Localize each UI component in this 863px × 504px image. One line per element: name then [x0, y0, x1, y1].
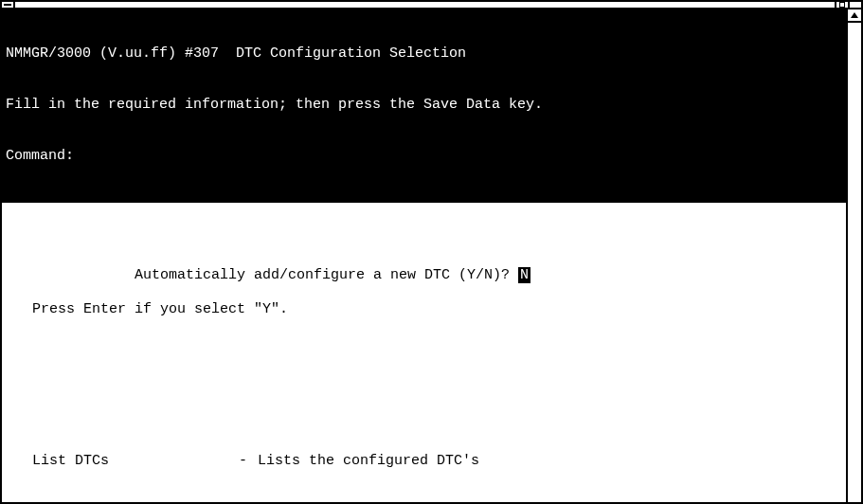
- auto-add-field[interactable]: N: [518, 267, 530, 283]
- screen-title: NMMGR/3000 (V.uu.ff) #307 DTC Configurat…: [6, 45, 842, 63]
- window-titlebar: [2, 2, 861, 9]
- option-action: Lists the configured DTC's: [258, 453, 428, 470]
- option-list-dtcs: List DTCs - Lists the configured DTC's: [32, 447, 842, 476]
- scroll-up-icon[interactable]: [848, 9, 861, 23]
- dash-icon: -: [239, 453, 258, 470]
- option-label: List DTCs: [32, 453, 239, 470]
- terminal-window: NMMGR/3000 (V.uu.ff) #307 DTC Configurat…: [0, 0, 863, 504]
- scroll-track[interactable]: [848, 23, 861, 504]
- vertical-scrollbar[interactable]: [846, 9, 861, 504]
- option-desc: [428, 453, 842, 470]
- client-area: NMMGR/3000 (V.uu.ff) #307 DTC Configurat…: [2, 9, 861, 504]
- option-list: List DTCs - Lists the configured DTC's D…: [6, 413, 842, 504]
- screen-body: Automatically add/configure a new DTC (Y…: [2, 203, 846, 504]
- screen-instruction: Fill in the required information; then p…: [6, 97, 842, 114]
- command-prompt[interactable]: Command:: [6, 148, 842, 165]
- titlebar-restore-icon[interactable]: [835, 2, 848, 8]
- titlebar-menu-icon[interactable]: [2, 2, 15, 8]
- screen-header: NMMGR/3000 (V.uu.ff) #307 DTC Configurat…: [2, 9, 846, 203]
- auto-add-hint: Press Enter if you select "Y".: [32, 301, 842, 318]
- auto-add-question: Automatically add/configure a new DTC (Y…: [135, 267, 518, 283]
- terminal-content: NMMGR/3000 (V.uu.ff) #307 DTC Configurat…: [2, 9, 846, 504]
- titlebar-maximize-icon[interactable]: [848, 2, 861, 8]
